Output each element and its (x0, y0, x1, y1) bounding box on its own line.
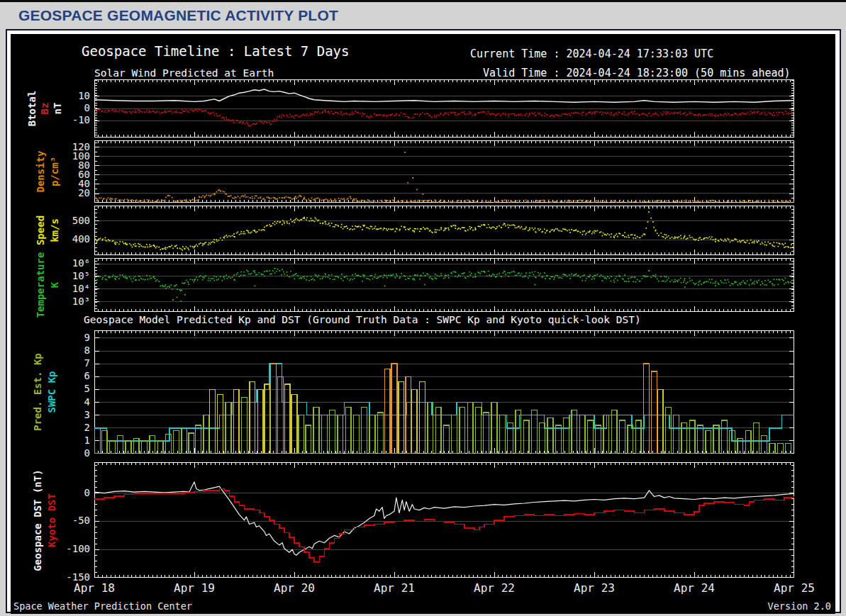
speed-chart (94, 206, 794, 255)
footer-credit: Space Weather Prediction Center (13, 600, 192, 612)
density-chart (94, 140, 794, 203)
x-axis-label: Apr 19 (166, 581, 223, 595)
plot-frame: Geospace Timeline : Latest 7 Days Solar … (6, 29, 841, 613)
geospace-plot: Geospace Timeline : Latest 7 Days Solar … (11, 34, 835, 614)
page: { "texts": { "page_title": "GEOSPACE GEO… (0, 0, 846, 616)
temperature-ytick-label: 10⁵ (56, 270, 90, 281)
footer-version: Version 2.0 (768, 600, 831, 612)
bfield-ytick-label: 10 (56, 90, 90, 101)
kp-ytick-label: 7 (56, 357, 90, 369)
density-axis-label: Density (35, 150, 46, 192)
dst-chart (94, 462, 794, 578)
plot-subtitle: Solar Wind Predicted at Earth (94, 67, 274, 79)
bfield-axis-label: Bz (39, 103, 50, 115)
bfield-chart (94, 79, 794, 138)
dst-ytick-label: 0 (56, 487, 90, 498)
speed-ytick-label: 500 (56, 215, 90, 226)
kp-ytick-label: 8 (56, 345, 90, 356)
density-ytick-label: 20 (56, 187, 90, 198)
temperature-ytick-label: 10⁶ (56, 257, 90, 269)
kp-axis-label: Pred. Est. Kp (32, 353, 43, 431)
x-axis-label: Apr 21 (366, 581, 423, 595)
kp-chart (94, 330, 794, 454)
kp-ytick-label: 1 (56, 435, 90, 446)
x-axis-label: Apr 25 (766, 581, 823, 595)
page-title: GEOSPACE GEOMAGNETIC ACTIVITY PLOT (18, 7, 338, 24)
plot-title: Geospace Timeline : Latest 7 Days (82, 43, 350, 59)
kp-ytick-label: 0 (56, 447, 90, 459)
time-info: Current Time : 2024-04-24 17:33:03 UTC V… (470, 45, 791, 83)
temperature-ytick-label: 10⁴ (56, 283, 90, 294)
x-axis-label: Apr 24 (666, 581, 723, 595)
dst-ytick-label: -100 (56, 543, 90, 554)
kp-ytick-label: 9 (56, 332, 90, 343)
kp-ytick-label: 2 (56, 422, 90, 433)
x-axis-label: Apr 18 (66, 581, 123, 595)
temperature-chart (94, 258, 794, 312)
kp-ytick-label: 3 (56, 409, 90, 420)
kp-section-title: Geospace Model Predicted Kp and DST (Gro… (84, 314, 641, 325)
bfield-ytick-label: 0 (56, 102, 90, 113)
x-axis-label: Apr 22 (466, 581, 523, 595)
kp-ytick-label: 5 (56, 383, 90, 394)
x-axis-label: Apr 23 (566, 581, 623, 595)
temperature-ytick-label: 10³ (56, 296, 90, 307)
dst-axis-label: Geospace DST (nT) (32, 469, 43, 571)
bfield-ytick-label: -10 (56, 114, 90, 125)
temperature-axis-label: Temperature (35, 252, 46, 318)
speed-axis-label: Speed (35, 215, 46, 245)
bfield-axis-label: Btotal (26, 91, 38, 127)
kp-ytick-label: 4 (56, 396, 90, 408)
x-axis-label: Apr 20 (266, 581, 323, 595)
speed-ytick-label: 400 (56, 233, 90, 245)
dst-ytick-label: -50 (56, 515, 90, 526)
kp-ytick-label: 6 (56, 370, 90, 381)
